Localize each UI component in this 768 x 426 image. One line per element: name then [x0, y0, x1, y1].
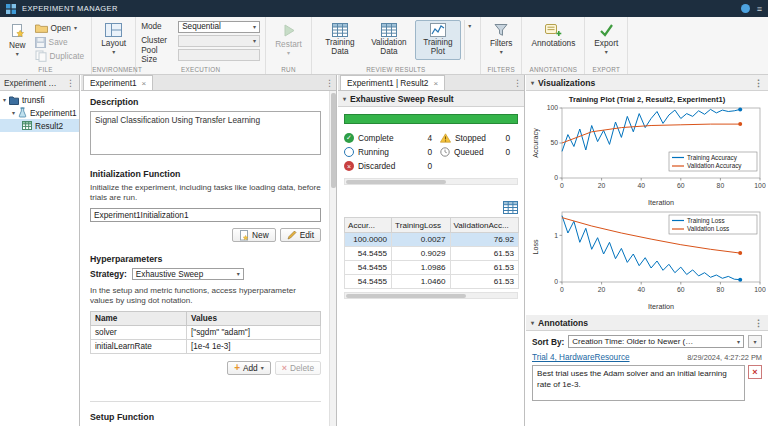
- tree-item-result[interactable]: Result2: [0, 119, 79, 132]
- init-edit-button[interactable]: Edit: [280, 228, 321, 242]
- browser-title: Experiment Bro...: [4, 78, 60, 88]
- svg-text:Loss: Loss: [531, 239, 540, 255]
- hyperparameters-heading: Hyperparameters: [90, 254, 321, 264]
- tab-experiment1[interactable]: Experiment1 ×: [83, 75, 153, 90]
- sort-by-select[interactable]: Creation Time: Older to Newer (… ▾: [568, 335, 744, 348]
- group-label-execution: EXECUTION: [136, 66, 265, 73]
- group-label-environment: ENVIRONMENT: [92, 66, 135, 73]
- new-file-icon: [239, 230, 249, 241]
- table-row[interactable]: 54.5455 0.9029 61.53: [345, 247, 519, 261]
- collapse-annotations-button[interactable]: ▾: [748, 335, 762, 348]
- ribbon-group-run: Restart ▾ RUN: [266, 17, 312, 74]
- table-row[interactable]: 54.5455 1.0986 61.53: [345, 261, 519, 275]
- group-label-export: EXPORT: [585, 66, 627, 73]
- plus-icon: +: [234, 363, 240, 373]
- annotations-button[interactable]: Annotations: [527, 20, 579, 51]
- close-icon[interactable]: ×: [433, 79, 438, 88]
- duplicate-icon: [35, 50, 47, 62]
- table-row[interactable]: initialLearnRate [1e-4 1e-3]: [91, 340, 321, 354]
- tree-item-experiment[interactable]: ▾ Experiment1: [0, 106, 79, 119]
- table-row[interactable]: 100.0000 0.0027 76.92: [345, 233, 519, 247]
- mode-select[interactable]: Sequential ▾: [178, 21, 260, 33]
- table-row[interactable]: 54.5455 1.0460 61.53: [345, 275, 519, 289]
- restart-button[interactable]: Restart ▾: [271, 20, 306, 59]
- training-plot-title: Training Plot (Trial 2, Result2, Experim…: [526, 95, 768, 104]
- strategy-select[interactable]: Exhaustive Sweep ▾: [132, 268, 244, 280]
- collapse-icon[interactable]: ▾: [531, 80, 534, 86]
- window-menu-icon[interactable]: ≡: [757, 4, 762, 14]
- training-data-button[interactable]: Training Data: [317, 20, 363, 60]
- svg-text:80: 80: [717, 182, 725, 189]
- column-header-trainingloss[interactable]: TrainingLoss: [392, 218, 450, 233]
- review-gallery-dropdown[interactable]: ▾: [464, 20, 475, 60]
- close-icon[interactable]: ×: [142, 79, 147, 88]
- collapse-icon[interactable]: ▾: [343, 96, 346, 102]
- expand-icon[interactable]: ▾: [3, 96, 6, 103]
- tree-item-project[interactable]: ▾ trunsfi: [0, 93, 79, 106]
- result-icon: [22, 121, 32, 130]
- open-button[interactable]: Open ▾: [33, 22, 87, 34]
- svg-text:60: 60: [677, 286, 685, 293]
- save-button[interactable]: Save: [33, 36, 87, 48]
- browser-menu-icon[interactable]: ⋮: [66, 78, 75, 88]
- annotation-trial-link[interactable]: Trial 4, HardwareResource: [532, 353, 630, 362]
- export-button[interactable]: Export ▾: [590, 20, 622, 58]
- ribbon-group-file: New ▾ Open ▾ Save Duplicate FILE: [0, 17, 92, 74]
- strategy-label: Strategy:: [90, 269, 127, 279]
- scrollbar-thumb[interactable]: [346, 294, 466, 298]
- experiment-browser-panel: Experiment Bro... ⋮ ▾ trunsfi ▾ Experime…: [0, 75, 80, 426]
- init-new-button[interactable]: New: [232, 228, 276, 242]
- running-icon: [344, 147, 354, 157]
- loss-chart: 02040608010001Training LossValidation Lo…: [528, 208, 766, 312]
- delete-hyperparameter-button[interactable]: × Delete: [275, 361, 321, 375]
- column-header-accuracy[interactable]: Accur...: [345, 218, 392, 233]
- initialization-heading: Initialization Function: [90, 169, 321, 179]
- svg-text:0: 0: [560, 286, 564, 293]
- new-button[interactable]: New ▾: [5, 20, 30, 60]
- visualizations-heading: Visualizations: [538, 78, 595, 88]
- panel-menu-icon[interactable]: ⋮: [754, 318, 763, 328]
- panel-menu-icon[interactable]: ⋮: [754, 78, 763, 88]
- panel-menu-icon[interactable]: ⋮: [325, 78, 334, 88]
- init-function-input[interactable]: Experiment1Initialization1: [90, 208, 321, 222]
- column-header-validationacc[interactable]: ValidationAcc...: [450, 218, 519, 233]
- training-plot-button[interactable]: Training Plot: [415, 20, 461, 60]
- validation-data-button[interactable]: Validation Data: [366, 20, 412, 60]
- initialization-help-text: Initialize the experiment, including tas…: [90, 183, 321, 203]
- table-row[interactable]: solver ["sgdm" "adam"]: [91, 326, 321, 340]
- description-input[interactable]: Signal Classification Using Transfer Lea…: [90, 111, 321, 155]
- ribbon-group-export: Export ▾ EXPORT: [585, 17, 628, 74]
- result-panel: Experiment1 | Result2 × ⋮ ▾ Exhaustive S…: [338, 75, 525, 426]
- horizontal-scrollbar[interactable]: [344, 292, 518, 299]
- delete-annotation-button[interactable]: ×: [748, 365, 762, 379]
- discarded-count: 0: [427, 161, 440, 171]
- layout-button[interactable]: Layout ▾: [97, 20, 130, 58]
- svg-text:100: 100: [754, 182, 766, 189]
- tab-result2[interactable]: Experiment1 | Result2 ×: [340, 75, 445, 90]
- new-dropdown-icon: ▾: [16, 51, 19, 57]
- add-hyperparameter-button[interactable]: + Add ▾: [227, 361, 271, 375]
- svg-text:100: 100: [754, 286, 766, 293]
- table-view-icon[interactable]: [503, 201, 518, 214]
- new-icon: [10, 23, 25, 39]
- complete-count: 4: [427, 133, 440, 143]
- check-icon: [599, 23, 614, 37]
- duplicate-button[interactable]: Duplicate: [33, 50, 87, 62]
- panel-menu-icon[interactable]: ⋮: [513, 78, 522, 88]
- expand-icon[interactable]: ▾: [12, 109, 15, 116]
- scrollbar-thumb[interactable]: [331, 93, 336, 188]
- horizontal-scrollbar[interactable]: [344, 178, 518, 185]
- browser-tree: ▾ trunsfi ▾ Experiment1 Result2: [0, 91, 79, 132]
- filters-button[interactable]: Filters ▾: [486, 20, 517, 58]
- pool-size-input[interactable]: [178, 49, 260, 61]
- save-icon: [35, 37, 46, 48]
- visualizations-panel: ▾ Visualizations ⋮ Training Plot (Trial …: [526, 75, 768, 426]
- vertical-scrollbar[interactable]: [329, 91, 336, 426]
- cluster-select[interactable]: ▾: [178, 35, 260, 47]
- annotation-text-input[interactable]: Best trial uses the Adam solver and an i…: [532, 365, 745, 401]
- account-icon[interactable]: [741, 4, 750, 13]
- ribbon-group-execution: Mode Sequential ▾ Cluster ▾ Pool Size EX…: [136, 17, 266, 74]
- ribbon-group-filters: Filters ▾ FILTERS: [481, 17, 523, 74]
- scrollbar-thumb[interactable]: [346, 180, 446, 184]
- collapse-icon[interactable]: ▾: [531, 320, 534, 326]
